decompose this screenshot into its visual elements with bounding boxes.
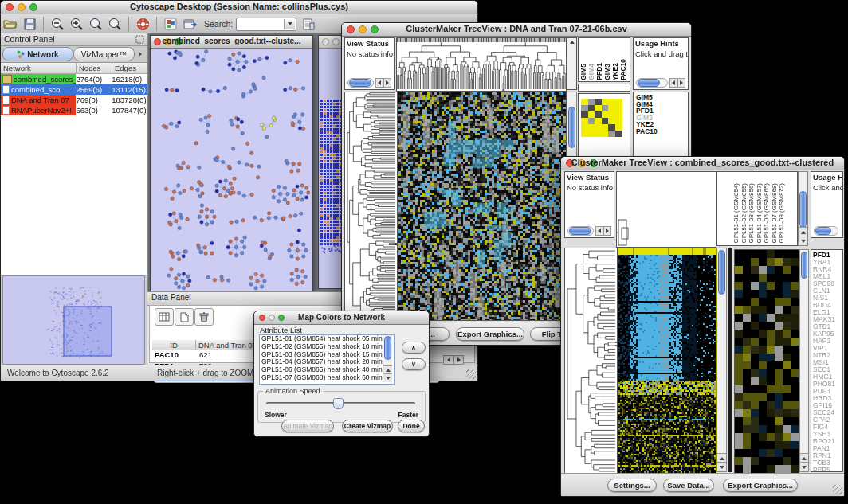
- graph-node[interactable]: [260, 218, 263, 221]
- graph-node[interactable]: [283, 198, 286, 201]
- network-graph-canvas[interactable]: [151, 49, 311, 291]
- graph-node[interactable]: [300, 113, 304, 116]
- scroll-left-icon[interactable]: [669, 78, 677, 88]
- summary-cell[interactable]: [588, 118, 595, 124]
- column-label[interactable]: GPL51-08 (GSM872): [779, 183, 786, 244]
- attribute-list-item[interactable]: GPL51-07 (GSM868) heat shock 60 min: [260, 374, 394, 382]
- summary-cell[interactable]: [595, 105, 602, 111]
- graph-node[interactable]: [293, 214, 296, 217]
- graph-node[interactable]: [253, 216, 256, 219]
- manage-plugins-icon[interactable]: [181, 16, 198, 32]
- tab-vizmapper[interactable]: VizMapper™: [73, 47, 135, 61]
- graph-node[interactable]: [171, 88, 174, 92]
- col-header-nodes[interactable]: Nodes: [77, 63, 112, 74]
- column-label[interactable]: GIM3: [604, 64, 611, 80]
- treeview2-splitter[interactable]: [728, 248, 732, 472]
- graph-node[interactable]: [260, 285, 263, 288]
- attribute-list-item[interactable]: GPL51-01 (GSM854) heat shock 05 min: [260, 335, 394, 343]
- graph-node[interactable]: [194, 142, 198, 145]
- summary-cell[interactable]: [581, 131, 588, 137]
- usage-hints-scrollbar[interactable]: [814, 226, 840, 236]
- graph-node[interactable]: [253, 59, 256, 62]
- graph-node[interactable]: [256, 176, 259, 179]
- attribute-select-icon[interactable]: [155, 308, 174, 326]
- graph-node[interactable]: [294, 88, 297, 91]
- graph-node[interactable]: [183, 189, 186, 192]
- graph-node[interactable]: [178, 226, 181, 229]
- help-lifering-icon[interactable]: [134, 16, 151, 32]
- summary-cell[interactable]: [588, 124, 595, 131]
- settings-button[interactable]: Settings...: [607, 479, 657, 492]
- graph-node[interactable]: [175, 124, 179, 127]
- close-button[interactable]: [322, 38, 329, 45]
- summary-cell[interactable]: [608, 99, 615, 105]
- graph-node[interactable]: [234, 237, 238, 240]
- graph-node[interactable]: [182, 255, 185, 258]
- graph-node[interactable]: [242, 54, 245, 57]
- summary-cell[interactable]: [615, 118, 622, 124]
- graph-node[interactable]: [243, 236, 246, 239]
- column-label[interactable]: PFD1: [596, 63, 603, 80]
- graph-node[interactable]: [302, 243, 305, 246]
- graph-node[interactable]: [241, 219, 245, 222]
- graph-node[interactable]: [209, 90, 212, 93]
- graph-node[interactable]: [269, 123, 273, 127]
- graph-node[interactable]: [177, 285, 180, 288]
- graph-node[interactable]: [196, 55, 199, 58]
- graph-node[interactable]: [190, 187, 193, 190]
- network-list-item[interactable]: combined_sco2569(6)13112(15): [1, 84, 147, 95]
- graph-node[interactable]: [220, 279, 223, 282]
- vizmapper-icon[interactable]: [162, 16, 179, 32]
- graph-node[interactable]: [284, 61, 287, 64]
- graph-node[interactable]: [186, 283, 190, 287]
- summary-cell[interactable]: [588, 111, 595, 118]
- graph-node[interactable]: [245, 142, 249, 145]
- graph-node[interactable]: [277, 200, 280, 203]
- column-label[interactable]: GPL51-03 (GSM856): [748, 183, 756, 244]
- graph-node[interactable]: [295, 282, 298, 285]
- usage-hints-scrollbar[interactable]: [636, 78, 685, 88]
- col-header-edges[interactable]: Edges: [112, 63, 147, 74]
- graph-node[interactable]: [277, 185, 280, 188]
- create-vizmap-button[interactable]: Create Vizmap: [342, 420, 393, 432]
- graph-node[interactable]: [242, 65, 245, 68]
- summary-cell[interactable]: [595, 124, 602, 131]
- graph-node[interactable]: [290, 278, 293, 281]
- graph-node[interactable]: [232, 68, 235, 71]
- graph-node[interactable]: [301, 269, 304, 272]
- graph-node[interactable]: [292, 115, 295, 118]
- graph-node[interactable]: [263, 279, 266, 283]
- graph-node[interactable]: [218, 193, 222, 197]
- scroll-down-icon[interactable]: [799, 236, 807, 245]
- graph-node[interactable]: [298, 162, 301, 166]
- summary-cell[interactable]: [581, 124, 588, 131]
- graph-node[interactable]: [296, 257, 299, 260]
- graph-node[interactable]: [249, 151, 253, 154]
- graph-node[interactable]: [224, 194, 227, 197]
- summary-cell[interactable]: [608, 111, 615, 118]
- graph-node[interactable]: [260, 244, 263, 248]
- summary-cell[interactable]: [581, 105, 588, 111]
- graph-node[interactable]: [242, 194, 245, 197]
- graph-node[interactable]: [292, 193, 296, 197]
- graph-node[interactable]: [298, 120, 301, 123]
- scroll-down-icon[interactable]: [800, 462, 808, 471]
- graph-node[interactable]: [291, 122, 294, 125]
- graph-node[interactable]: [177, 257, 180, 260]
- attribute-list[interactable]: GPL51-01 (GSM854) heat shock 05 minGPL51…: [259, 334, 395, 385]
- attribute-list-scrollbar[interactable]: [383, 335, 392, 382]
- graph-node[interactable]: [296, 197, 299, 201]
- graph-node[interactable]: [262, 76, 265, 80]
- summary-cell[interactable]: [615, 99, 622, 105]
- scroll-left-icon[interactable]: [375, 78, 383, 88]
- graph-node[interactable]: [230, 221, 233, 224]
- graph-node[interactable]: [296, 248, 299, 252]
- graph-node[interactable]: [198, 215, 201, 218]
- graph-node[interactable]: [179, 191, 182, 194]
- save-data-button[interactable]: Save Data...: [663, 479, 714, 492]
- gene-label[interactable]: PEP5: [813, 467, 841, 472]
- column-label[interactable]: GPL51-04 (GSM857): [756, 183, 764, 244]
- graph-node[interactable]: [307, 191, 310, 194]
- graph-node[interactable]: [296, 275, 300, 278]
- graph-node[interactable]: [198, 166, 201, 169]
